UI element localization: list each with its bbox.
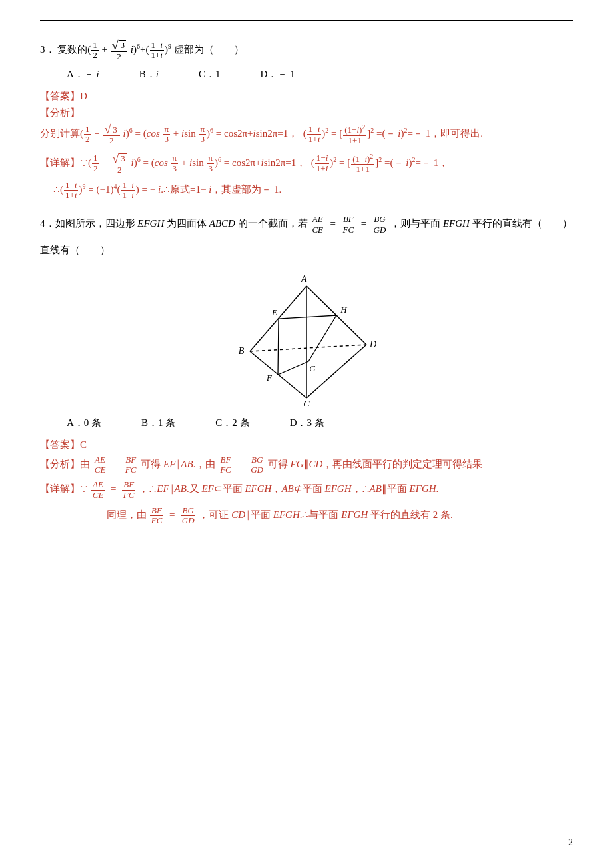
svg-text:E: E: [271, 307, 277, 317]
q3-answer: 【答案】D: [40, 90, 573, 103]
q4-option-a: A．0 条: [67, 417, 101, 429]
q4-frac-ae-ce: AECE: [310, 215, 324, 235]
q3-detail-text: ∴(1−i1+i)9 = (−1)4(1−i1+i) = − i.∴原式=1− …: [53, 180, 573, 200]
q4-frac-bg-gd: BGGD: [372, 215, 388, 235]
svg-text:G: G: [309, 363, 316, 373]
q3-option-c: C．1: [199, 68, 221, 81]
svg-text:D: D: [369, 339, 376, 349]
q3-option-b: B．i: [139, 68, 159, 81]
q3-text: 3． 复数的(12 + √32 i)6+(1−i1+i)9 虚部为（ ）: [40, 39, 573, 61]
question-4: 4．如图所示，四边形 EFGH 为四面体 ABCD 的一个截面，若 AECE =…: [40, 215, 573, 525]
q4-detail-text2: 同理，由 BFFC = BGGD ，可证 CD∥平面 EFGH.∴与平面 EFG…: [107, 505, 573, 525]
svg-text:F: F: [266, 373, 273, 383]
svg-marker-6: [278, 315, 336, 375]
svg-text:C: C: [303, 399, 310, 406]
q4-number: 4．如图所示，四边形 EFGH 为四面体 ABCD 的一个截面，若: [40, 218, 308, 229]
q3-option-a: A．－ i: [67, 68, 99, 81]
svg-text:B: B: [239, 346, 245, 356]
geometry-diagram: A B C D E F G H: [213, 273, 400, 406]
q3-intro: 复数的: [57, 44, 87, 55]
q3-number: 3．: [40, 44, 55, 55]
q3-frac3: 1−i1+i: [150, 41, 164, 61]
q4-text: 4．如图所示，四边形 EFGH 为四面体 ABCD 的一个截面，若 AECE =…: [40, 215, 573, 235]
q3-options: A．－ i B．i C．1 D．－ 1: [67, 68, 573, 81]
q3-option-d: D．－ 1: [260, 68, 295, 81]
q3-analysis-text: 分别计算(12 + √32 i)6 = (cos π3 + isin π3)6 …: [40, 123, 573, 145]
top-line: [40, 20, 573, 21]
question-3: 3． 复数的(12 + √32 i)6+(1−i1+i)9 虚部为（ ） A．－…: [40, 39, 573, 200]
q4-frac-bf-fc: BFFC: [342, 215, 356, 235]
q3-analysis-label: 【分析】: [40, 107, 573, 119]
q4-text-line2: 直线有（ ）: [40, 241, 573, 259]
q3-open-paren: (: [87, 44, 91, 55]
svg-line-5: [250, 345, 366, 351]
diagram-container: A B C D E F G H: [40, 273, 573, 406]
q4-analysis-label: 【分析】由 AECE = BFFC 可得 EF∥AB.，由 BFFC = BGG…: [40, 455, 573, 475]
q4-option-d: D．3 条: [290, 417, 324, 429]
svg-text:A: A: [301, 274, 307, 284]
q4-options: A．0 条 B．1 条 C．2 条 D．3 条: [67, 417, 573, 429]
q4-option-b: B．1 条: [141, 417, 175, 429]
q3-detail-label: 【详解】∵(12 + √32 i)6 = (cos π3 + isin π3)6…: [40, 153, 573, 175]
q4-answer: 【答案】C: [40, 439, 573, 451]
q4-detail-label: 【详解】∵ AECE = BFFC ，∴EF∥AB.又 EF⊂平面 EFGH，A…: [40, 480, 573, 500]
q3-frac1: 12: [91, 41, 99, 61]
q4-option-c: C．2 条: [215, 417, 249, 429]
svg-text:H: H: [340, 305, 347, 315]
q3-frac2: √32: [111, 39, 127, 61]
